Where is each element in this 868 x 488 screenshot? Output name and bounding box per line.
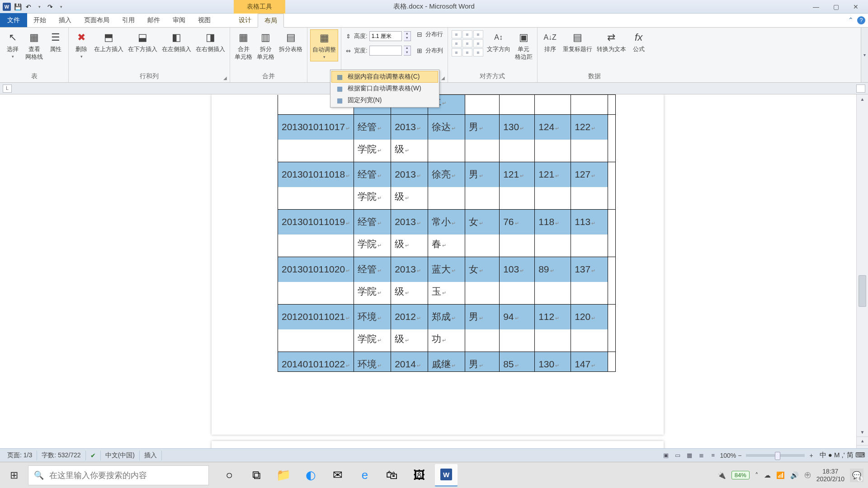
table-row[interactable]: 201201011021环境学院2012级郑成功男94112120: [278, 305, 616, 352]
close-button[interactable]: ✕: [850, 2, 862, 11]
insert-left-button[interactable]: ◧在左侧插入: [160, 29, 193, 54]
table-cell[interactable]: 2013级: [391, 257, 428, 305]
table-cell[interactable]: 徐达: [428, 115, 465, 162]
table-cell[interactable]: 环境: [354, 352, 391, 372]
table-cell[interactable]: 112: [535, 305, 571, 352]
scroll-down-icon[interactable]: ▼: [857, 427, 868, 436]
tab-design[interactable]: 设计: [232, 13, 258, 27]
fixed-width-item[interactable]: ▦固定列宽(N): [331, 94, 438, 106]
table-cell[interactable]: [465, 95, 500, 115]
ime-indicator[interactable]: 中 ● M ,' 简 ⌨: [820, 451, 865, 460]
table-cell[interactable]: [535, 95, 571, 115]
web-view-icon[interactable]: ▦: [684, 451, 694, 460]
formula-button[interactable]: fx公式: [629, 29, 649, 54]
table-row[interactable]: 学院级仁: [278, 95, 616, 115]
table-cell[interactable]: [608, 305, 616, 352]
table-cell[interactable]: 蓝大玉: [428, 257, 465, 305]
table-cell[interactable]: 郑成功: [428, 305, 465, 352]
height-input[interactable]: [369, 31, 402, 41]
qat-customize-icon[interactable]: ▾: [56, 2, 66, 12]
cell-margins-button[interactable]: ▣单元 格边距: [513, 29, 534, 62]
repeat-header-button[interactable]: ▤重复标题行: [561, 29, 594, 54]
undo-dropdown-icon[interactable]: ▾: [34, 2, 44, 12]
table-cell[interactable]: 130: [500, 115, 535, 162]
table-cell[interactable]: [608, 95, 616, 115]
table-cell[interactable]: 经管学院: [354, 210, 391, 257]
zoom-slider[interactable]: [746, 454, 805, 457]
insert-mode[interactable]: 插入: [140, 450, 162, 460]
table-row[interactable]: 201401011022环境2014戚继男85130147: [278, 352, 616, 372]
table-cell[interactable]: 女: [465, 257, 500, 305]
convert-text-button[interactable]: ⇄转换为文本: [595, 29, 628, 54]
tray-expand-icon[interactable]: ˄: [755, 471, 759, 479]
table-cell[interactable]: 113: [571, 210, 608, 257]
table-cell[interactable]: 201301011019: [278, 210, 354, 257]
tab-layout[interactable]: 布局: [258, 14, 284, 28]
align-ml[interactable]: ≡: [452, 39, 462, 47]
page-indicator[interactable]: 页面: 1/3: [3, 450, 37, 460]
word-taskbar-icon[interactable]: W: [435, 464, 458, 487]
table-cell[interactable]: 127: [571, 162, 608, 210]
wifi-icon[interactable]: 📶: [776, 471, 785, 479]
table-row[interactable]: 201301011020经管学院2013级蓝大玉女10389137: [278, 257, 616, 305]
table-cell[interactable]: 经管学院: [354, 257, 391, 305]
battery-indicator[interactable]: 84%: [731, 471, 750, 479]
split-cells-button[interactable]: ▥拆分 单元格: [255, 29, 276, 62]
table-cell[interactable]: 201201011021: [278, 305, 354, 352]
table-cell[interactable]: 201401011022: [278, 352, 354, 372]
table-cell[interactable]: 120: [571, 305, 608, 352]
table-cell[interactable]: 201301011020: [278, 257, 354, 305]
vertical-scrollbar[interactable]: ▲ ▼ ▴ ○ ▾: [856, 94, 868, 462]
autofit-button[interactable]: ▦自动调整▾: [310, 29, 338, 61]
prev-page-icon[interactable]: ▴: [857, 436, 868, 445]
align-tr[interactable]: ≡: [473, 30, 483, 38]
width-spinner[interactable]: ▲▼: [404, 46, 411, 56]
ime-tray-icon[interactable]: ㊥: [804, 471, 811, 479]
height-spinner[interactable]: ▲▼: [404, 31, 411, 41]
table-cell[interactable]: 男: [465, 115, 500, 162]
table-cell[interactable]: 121: [500, 162, 535, 210]
dialog-launcher-icon[interactable]: ◢: [440, 75, 446, 81]
word-count[interactable]: 字数: 532/722: [37, 450, 85, 460]
table-cell[interactable]: 徐亮: [428, 162, 465, 210]
align-bc[interactable]: ≡: [462, 48, 472, 56]
zoom-level[interactable]: 100%: [720, 452, 736, 459]
table-cell[interactable]: 89: [535, 257, 571, 305]
table-cell[interactable]: 2013级: [391, 210, 428, 257]
print-layout-view-icon[interactable]: ▣: [661, 451, 671, 460]
power-icon[interactable]: 🔌: [717, 471, 726, 479]
table-cell[interactable]: [608, 115, 616, 162]
table-cell[interactable]: 经管学院: [354, 115, 391, 162]
volume-icon[interactable]: 🔊: [790, 471, 799, 479]
insert-above-button[interactable]: ⬒在上方插入: [92, 29, 125, 54]
save-icon[interactable]: 💾: [13, 2, 23, 12]
delete-button[interactable]: ✖删除▾: [71, 29, 91, 61]
table-cell[interactable]: [571, 95, 608, 115]
insert-below-button[interactable]: ⬓在下方插入: [126, 29, 159, 54]
photos-icon[interactable]: 🖼: [408, 464, 430, 487]
table-row[interactable]: 201301011018经管学院2013级徐亮男121121127: [278, 162, 616, 210]
insert-right-button[interactable]: ◨在右侧插入: [194, 29, 227, 54]
autofit-window-item[interactable]: ▦根据窗口自动调整表格(W): [331, 83, 438, 94]
tab-mailings[interactable]: 邮件: [141, 13, 166, 27]
table-cell[interactable]: [608, 257, 616, 305]
table-row[interactable]: 201301011017经管学院2013级徐达男130124122: [278, 115, 616, 162]
align-mr[interactable]: ≡: [473, 39, 483, 47]
table-cell[interactable]: 男: [465, 162, 500, 210]
ruler-split-icon[interactable]: [856, 84, 865, 93]
text-direction-button[interactable]: A↕文字方向: [485, 29, 512, 54]
table-cell[interactable]: [608, 352, 616, 372]
align-tc[interactable]: ≡: [462, 30, 472, 38]
merge-cells-button[interactable]: ▦合并 单元格: [233, 29, 254, 62]
table-cell[interactable]: 76: [500, 210, 535, 257]
zoom-in-icon[interactable]: +: [809, 452, 813, 459]
table-cell[interactable]: 85: [500, 352, 535, 372]
maximize-button[interactable]: ▢: [830, 2, 842, 11]
fullscreen-view-icon[interactable]: ▭: [673, 451, 683, 460]
align-bl[interactable]: ≡: [452, 48, 462, 56]
table-cell[interactable]: 118: [535, 210, 571, 257]
table-cell[interactable]: 经管学院: [354, 162, 391, 210]
proofing-button[interactable]: ✔: [86, 450, 101, 460]
outline-view-icon[interactable]: ≣: [696, 451, 706, 460]
table-cell[interactable]: 94: [500, 305, 535, 352]
